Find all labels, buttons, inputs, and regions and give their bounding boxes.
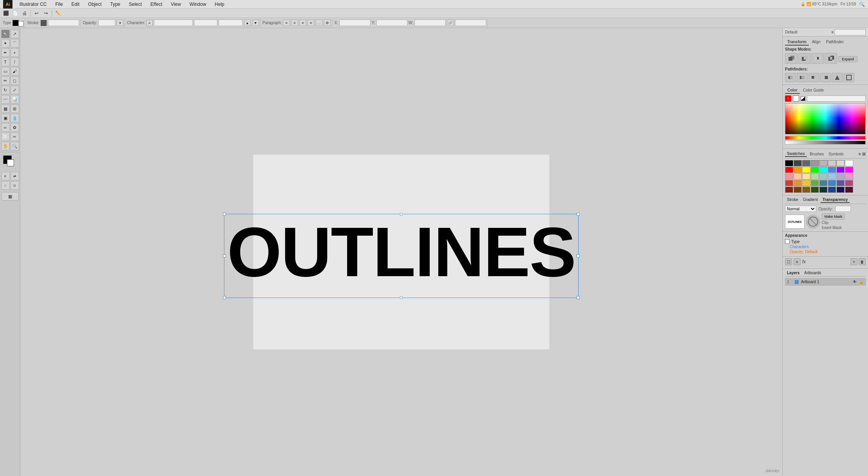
swatch-peach[interactable] <box>794 173 802 180</box>
slice-tool[interactable]: ✂ <box>11 132 19 141</box>
blend-tool[interactable]: ∞ <box>1 123 10 132</box>
swatch-dk-yellow[interactable] <box>802 180 810 186</box>
tab-layers[interactable]: Layers <box>785 270 801 275</box>
swatch-dk-green[interactable] <box>811 180 819 186</box>
tab-color-guide[interactable]: Color Guide <box>801 87 826 94</box>
handle-br[interactable] <box>577 296 580 299</box>
swatch-lt-pink[interactable] <box>845 173 853 180</box>
shape-intersect[interactable] <box>812 53 824 64</box>
eraser-tool[interactable]: ◻ <box>11 76 19 85</box>
tab-color[interactable]: Color <box>785 87 800 94</box>
tab-gradient[interactable]: Gradient <box>801 197 820 203</box>
swatch-blue[interactable] <box>828 167 836 173</box>
make-mask-button[interactable]: Make Mask <box>822 213 845 220</box>
mesh-tool[interactable]: ⊞ <box>11 104 19 113</box>
stroke-color[interactable] <box>41 20 47 26</box>
canvas-area[interactable]: OUTLINES dansky <box>20 28 782 476</box>
type-tool[interactable]: T <box>1 58 10 66</box>
swatch-gray3[interactable] <box>811 160 819 166</box>
align-center[interactable]: ≡ <box>291 19 298 26</box>
magic-wand-tool[interactable]: ✦ <box>1 39 10 48</box>
menu-item-select[interactable]: Select <box>127 1 143 8</box>
swatch-dkr-brown[interactable] <box>794 187 802 193</box>
handle-bl[interactable] <box>223 296 226 299</box>
swatch-yellow[interactable] <box>802 167 810 173</box>
swatches-add-icon[interactable]: ⊞ <box>862 152 866 157</box>
add-layer-icon[interactable]: ☐ <box>785 258 792 265</box>
tab-transparency[interactable]: Transparency <box>820 197 850 203</box>
handle-mb[interactable] <box>400 296 403 299</box>
swatch-lt-teal[interactable] <box>819 173 827 180</box>
opacity-input[interactable]: 100% <box>98 19 115 26</box>
tab-align[interactable]: Align <box>810 39 823 46</box>
swatch-dk-blue[interactable] <box>828 180 836 186</box>
font-size-up[interactable]: ▲ <box>244 19 251 26</box>
font-size-down[interactable]: ▼ <box>252 19 259 26</box>
swatch-dkr-maroon[interactable] <box>845 187 853 193</box>
rotate-tool[interactable]: ↻ <box>1 86 10 94</box>
background-color[interactable] <box>7 159 14 166</box>
swatch-gray5[interactable] <box>828 160 836 166</box>
menu-item-type[interactable]: Type <box>109 1 122 8</box>
tab-brushes[interactable]: Brushes <box>808 152 826 157</box>
paintbrush-tool[interactable]: 🖌 <box>11 67 19 76</box>
pathfinder-3[interactable] <box>808 73 819 82</box>
stroke-swatch[interactable] <box>18 21 24 26</box>
layer-visibility-icon[interactable]: 👁 <box>853 280 857 284</box>
swatch-cyan[interactable] <box>819 167 827 173</box>
opacity-input-trans[interactable]: 100% <box>835 206 851 212</box>
swatch-gray6[interactable] <box>836 160 845 166</box>
handle-mr[interactable] <box>577 254 580 257</box>
pen-tool[interactable]: ✒ <box>1 48 10 57</box>
menu-item-object[interactable]: Object <box>86 1 103 8</box>
swatch-dkr-blue[interactable] <box>828 187 836 193</box>
hand-tool[interactable]: ✋ <box>1 142 10 150</box>
swatch-black[interactable] <box>785 160 793 166</box>
swatch-dkr-purple[interactable] <box>836 187 845 193</box>
symbol-sprayer-tool[interactable]: ✿ <box>11 123 19 132</box>
tab-swatches[interactable]: Swatches <box>785 151 807 157</box>
hue-slider[interactable] <box>785 136 866 140</box>
color-out-of-gamut[interactable]: ! <box>785 95 791 102</box>
menu-item-effect[interactable]: Effect <box>149 1 164 8</box>
align-right[interactable]: ≡ <box>299 19 306 26</box>
direct-selection-tool[interactable]: ↗ <box>11 30 19 38</box>
panel-arrange-icon[interactable]: ≡ <box>831 30 834 34</box>
color-none[interactable] <box>801 96 805 101</box>
color-swatch-white[interactable] <box>793 95 799 102</box>
tab-pathfinder[interactable]: Pathfinder <box>824 39 846 46</box>
shape-unite[interactable] <box>785 53 797 64</box>
align-left[interactable]: ≡ <box>283 19 290 26</box>
swatch-dkr-teal[interactable] <box>819 187 827 193</box>
panel-delete-icon[interactable]: 🗑 <box>859 258 866 265</box>
swatch-red[interactable] <box>785 167 793 173</box>
pathfinder-5[interactable] <box>832 73 843 82</box>
eyedropper-tool[interactable]: 💧 <box>11 114 19 122</box>
blend-mode-select[interactable]: Normal <box>785 206 816 212</box>
swatch-gray1[interactable] <box>794 160 802 166</box>
swatch-gray2[interactable] <box>802 160 810 166</box>
pathfinder-4[interactable] <box>820 73 831 82</box>
swatch-dkr-green[interactable] <box>811 187 819 193</box>
menu-item-file[interactable]: File <box>54 1 64 8</box>
search-icon[interactable]: 🔍 <box>859 2 865 7</box>
font-style-input[interactable]: Bold <box>194 19 217 26</box>
canvas-text[interactable]: OUTLINES <box>227 217 575 287</box>
pencil-tool[interactable]: ✏ <box>1 76 10 85</box>
swatch-green[interactable] <box>811 167 819 173</box>
tab-artboards[interactable]: Artboards <box>802 270 823 275</box>
color-hex-input[interactable]: 000000 <box>807 95 866 102</box>
layer-options-icon[interactable]: ≡ <box>794 258 801 265</box>
swatch-pink1[interactable] <box>785 173 793 180</box>
tool-1[interactable]: ⬛ <box>2 9 10 17</box>
warp-tool[interactable]: 〰 <box>1 95 10 104</box>
w-input[interactable]: 988.085 px <box>415 19 446 26</box>
opacity-btn[interactable]: ▾ <box>116 19 123 26</box>
swatches-menu-icon[interactable]: ≡ <box>859 152 861 157</box>
swatch-lt-blue[interactable] <box>828 173 836 180</box>
menu-item-window[interactable]: Window <box>188 1 208 8</box>
swatch-dkr-olive[interactable] <box>802 187 810 193</box>
swatch-dk-teal[interactable] <box>819 180 827 186</box>
menu-item-help[interactable]: Help <box>213 1 226 8</box>
draw-behind[interactable]: ▩ <box>2 192 19 201</box>
